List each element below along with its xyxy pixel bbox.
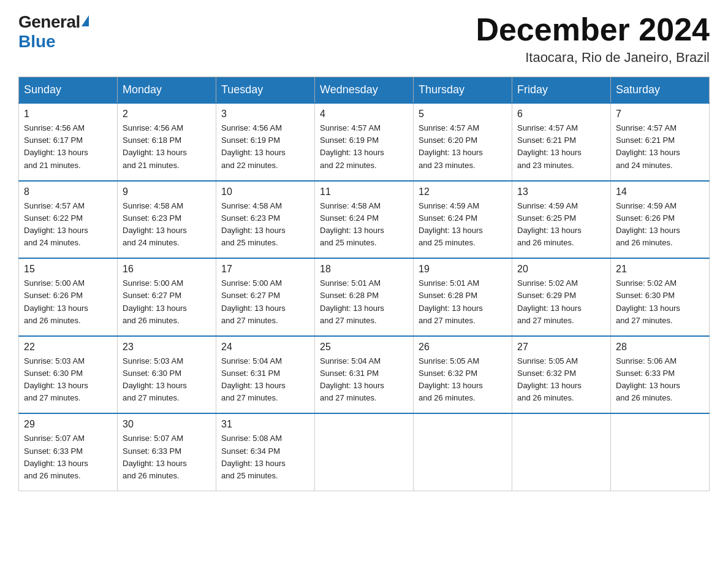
day-info: Sunrise: 4:59 AMSunset: 6:25 PMDaylight:… bbox=[517, 200, 605, 250]
day-info: Sunrise: 4:57 AMSunset: 6:21 PMDaylight:… bbox=[616, 122, 704, 172]
calendar-day-cell: 9 Sunrise: 4:58 AMSunset: 6:23 PMDayligh… bbox=[118, 181, 216, 259]
calendar-week-row: 29 Sunrise: 5:07 AMSunset: 6:33 PMDaylig… bbox=[19, 413, 710, 491]
day-info: Sunrise: 5:00 AMSunset: 6:27 PMDaylight:… bbox=[221, 277, 309, 327]
day-number: 28 bbox=[616, 342, 704, 353]
calendar-week-row: 1 Sunrise: 4:56 AMSunset: 6:17 PMDayligh… bbox=[19, 103, 710, 181]
day-info: Sunrise: 4:57 AMSunset: 6:20 PMDaylight:… bbox=[419, 122, 507, 172]
calendar-day-cell: 15 Sunrise: 5:00 AMSunset: 6:26 PMDaylig… bbox=[19, 258, 118, 336]
day-info: Sunrise: 4:56 AMSunset: 6:19 PMDaylight:… bbox=[221, 122, 309, 172]
calendar-day-cell: 29 Sunrise: 5:07 AMSunset: 6:33 PMDaylig… bbox=[19, 413, 118, 491]
calendar-day-cell: 28 Sunrise: 5:06 AMSunset: 6:33 PMDaylig… bbox=[611, 336, 710, 414]
logo-general-text: General bbox=[18, 12, 80, 32]
day-number: 22 bbox=[24, 342, 112, 353]
calendar-day-cell: 18 Sunrise: 5:01 AMSunset: 6:28 PMDaylig… bbox=[315, 258, 414, 336]
calendar-day-cell: 22 Sunrise: 5:03 AMSunset: 6:30 PMDaylig… bbox=[19, 336, 118, 414]
logo-triangle-icon bbox=[82, 15, 89, 26]
day-info: Sunrise: 4:58 AMSunset: 6:23 PMDaylight:… bbox=[123, 200, 211, 250]
calendar-day-cell: 2 Sunrise: 4:56 AMSunset: 6:18 PMDayligh… bbox=[118, 103, 216, 181]
calendar-day-cell bbox=[611, 413, 710, 491]
day-info: Sunrise: 5:07 AMSunset: 6:33 PMDaylight:… bbox=[123, 432, 211, 482]
day-info: Sunrise: 5:02 AMSunset: 6:30 PMDaylight:… bbox=[616, 277, 704, 327]
calendar-day-cell: 17 Sunrise: 5:00 AMSunset: 6:27 PMDaylig… bbox=[216, 258, 315, 336]
day-info: Sunrise: 5:07 AMSunset: 6:33 PMDaylight:… bbox=[24, 432, 112, 482]
calendar-table: SundayMondayTuesdayWednesdayThursdayFrid… bbox=[18, 77, 710, 491]
day-info: Sunrise: 5:02 AMSunset: 6:29 PMDaylight:… bbox=[517, 277, 605, 327]
day-info: Sunrise: 5:04 AMSunset: 6:31 PMDaylight:… bbox=[320, 355, 408, 405]
day-info: Sunrise: 4:59 AMSunset: 6:24 PMDaylight:… bbox=[419, 200, 507, 250]
day-number: 19 bbox=[419, 264, 507, 275]
day-info: Sunrise: 5:05 AMSunset: 6:32 PMDaylight:… bbox=[517, 355, 605, 405]
calendar-day-cell: 1 Sunrise: 4:56 AMSunset: 6:17 PMDayligh… bbox=[19, 103, 118, 181]
day-number: 7 bbox=[616, 109, 704, 120]
day-number: 14 bbox=[616, 186, 704, 197]
day-number: 31 bbox=[221, 419, 309, 430]
day-number: 1 bbox=[24, 109, 112, 120]
day-number: 8 bbox=[24, 186, 112, 197]
calendar-day-cell bbox=[315, 413, 414, 491]
calendar-day-cell: 25 Sunrise: 5:04 AMSunset: 6:31 PMDaylig… bbox=[315, 336, 414, 414]
day-info: Sunrise: 5:03 AMSunset: 6:30 PMDaylight:… bbox=[24, 355, 112, 405]
logo-blue-box bbox=[80, 15, 89, 29]
day-number: 2 bbox=[123, 109, 211, 120]
day-number: 13 bbox=[517, 186, 605, 197]
day-number: 11 bbox=[320, 186, 408, 197]
weekday-header-saturday: Saturday bbox=[611, 77, 710, 104]
calendar-day-cell: 23 Sunrise: 5:03 AMSunset: 6:30 PMDaylig… bbox=[118, 336, 216, 414]
calendar-day-cell: 20 Sunrise: 5:02 AMSunset: 6:29 PMDaylig… bbox=[512, 258, 611, 336]
calendar-day-cell: 13 Sunrise: 4:59 AMSunset: 6:25 PMDaylig… bbox=[512, 181, 611, 259]
calendar-day-cell: 30 Sunrise: 5:07 AMSunset: 6:33 PMDaylig… bbox=[118, 413, 216, 491]
calendar-day-cell: 5 Sunrise: 4:57 AMSunset: 6:20 PMDayligh… bbox=[414, 103, 512, 181]
day-number: 6 bbox=[517, 109, 605, 120]
day-info: Sunrise: 5:01 AMSunset: 6:28 PMDaylight:… bbox=[320, 277, 408, 327]
day-number: 10 bbox=[221, 186, 309, 197]
calendar-day-cell: 14 Sunrise: 4:59 AMSunset: 6:26 PMDaylig… bbox=[611, 181, 710, 259]
day-info: Sunrise: 4:57 AMSunset: 6:21 PMDaylight:… bbox=[517, 122, 605, 172]
calendar-day-cell: 6 Sunrise: 4:57 AMSunset: 6:21 PMDayligh… bbox=[512, 103, 611, 181]
calendar-day-cell: 21 Sunrise: 5:02 AMSunset: 6:30 PMDaylig… bbox=[611, 258, 710, 336]
calendar-day-cell: 11 Sunrise: 4:58 AMSunset: 6:24 PMDaylig… bbox=[315, 181, 414, 259]
day-number: 26 bbox=[419, 342, 507, 353]
day-info: Sunrise: 4:57 AMSunset: 6:19 PMDaylight:… bbox=[320, 122, 408, 172]
month-title: December 2024 bbox=[476, 12, 710, 47]
day-number: 3 bbox=[221, 109, 309, 120]
calendar-day-cell: 27 Sunrise: 5:05 AMSunset: 6:32 PMDaylig… bbox=[512, 336, 611, 414]
day-info: Sunrise: 4:56 AMSunset: 6:18 PMDaylight:… bbox=[123, 122, 211, 172]
calendar-day-cell: 19 Sunrise: 5:01 AMSunset: 6:28 PMDaylig… bbox=[414, 258, 512, 336]
weekday-header-wednesday: Wednesday bbox=[315, 77, 414, 104]
day-number: 12 bbox=[419, 186, 507, 197]
day-info: Sunrise: 5:01 AMSunset: 6:28 PMDaylight:… bbox=[419, 277, 507, 327]
day-number: 24 bbox=[221, 342, 309, 353]
day-info: Sunrise: 5:08 AMSunset: 6:34 PMDaylight:… bbox=[221, 432, 309, 482]
day-info: Sunrise: 4:59 AMSunset: 6:26 PMDaylight:… bbox=[616, 200, 704, 250]
day-info: Sunrise: 4:57 AMSunset: 6:22 PMDaylight:… bbox=[24, 200, 112, 250]
calendar-day-cell: 4 Sunrise: 4:57 AMSunset: 6:19 PMDayligh… bbox=[315, 103, 414, 181]
day-info: Sunrise: 5:00 AMSunset: 6:26 PMDaylight:… bbox=[24, 277, 112, 327]
day-number: 25 bbox=[320, 342, 408, 353]
logo-blue-text: Blue bbox=[18, 32, 56, 52]
calendar-day-cell: 10 Sunrise: 4:58 AMSunset: 6:23 PMDaylig… bbox=[216, 181, 315, 259]
day-number: 29 bbox=[24, 419, 112, 430]
day-number: 20 bbox=[517, 264, 605, 275]
page-header: General Blue December 2024 Itaocara, Rio… bbox=[18, 12, 710, 66]
day-number: 30 bbox=[123, 419, 211, 430]
day-number: 16 bbox=[123, 264, 211, 275]
calendar-day-cell: 31 Sunrise: 5:08 AMSunset: 6:34 PMDaylig… bbox=[216, 413, 315, 491]
day-info: Sunrise: 4:58 AMSunset: 6:24 PMDaylight:… bbox=[320, 200, 408, 250]
day-number: 21 bbox=[616, 264, 704, 275]
calendar-week-row: 8 Sunrise: 4:57 AMSunset: 6:22 PMDayligh… bbox=[19, 181, 710, 259]
calendar-day-cell: 8 Sunrise: 4:57 AMSunset: 6:22 PMDayligh… bbox=[19, 181, 118, 259]
logo: General Blue bbox=[18, 12, 89, 52]
calendar-day-cell bbox=[414, 413, 512, 491]
calendar-day-cell: 16 Sunrise: 5:00 AMSunset: 6:27 PMDaylig… bbox=[118, 258, 216, 336]
calendar-day-cell bbox=[512, 413, 611, 491]
weekday-header-friday: Friday bbox=[512, 77, 611, 104]
calendar-day-cell: 3 Sunrise: 4:56 AMSunset: 6:19 PMDayligh… bbox=[216, 103, 315, 181]
day-number: 17 bbox=[221, 264, 309, 275]
weekday-header-sunday: Sunday bbox=[19, 77, 118, 104]
day-info: Sunrise: 5:04 AMSunset: 6:31 PMDaylight:… bbox=[221, 355, 309, 405]
calendar-day-cell: 7 Sunrise: 4:57 AMSunset: 6:21 PMDayligh… bbox=[611, 103, 710, 181]
calendar-day-cell: 26 Sunrise: 5:05 AMSunset: 6:32 PMDaylig… bbox=[414, 336, 512, 414]
day-number: 5 bbox=[419, 109, 507, 120]
title-block: December 2024 Itaocara, Rio de Janeiro, … bbox=[476, 12, 710, 66]
calendar-day-cell: 24 Sunrise: 5:04 AMSunset: 6:31 PMDaylig… bbox=[216, 336, 315, 414]
